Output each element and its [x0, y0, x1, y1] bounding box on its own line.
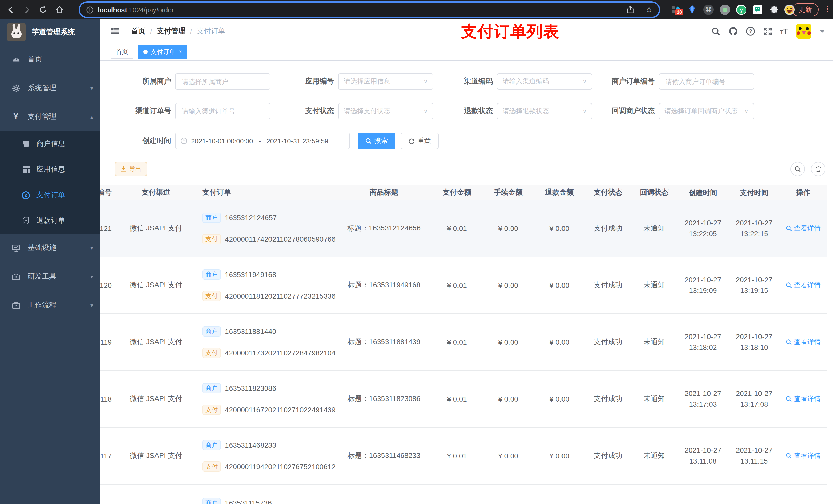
- view-detail-link[interactable]: 查看详情: [786, 281, 821, 290]
- extension-icon-tab-manager[interactable]: 10: [670, 4, 681, 15]
- browser-forward-icon[interactable]: [21, 4, 33, 16]
- search-icon[interactable]: [711, 27, 720, 35]
- channel-order-no-input[interactable]: [175, 103, 270, 119]
- chevron-down-icon: ▾: [90, 245, 93, 251]
- filter-pay-status: 支付状态 请选择支付状态∨: [270, 103, 433, 119]
- close-tab-icon[interactable]: ×: [179, 49, 182, 55]
- browser-back-icon[interactable]: [5, 4, 18, 16]
- extension-icon-gem[interactable]: [687, 4, 698, 15]
- merchant-order-no: 1635311468233: [225, 441, 276, 449]
- site-info-icon[interactable]: [86, 6, 94, 14]
- app-select[interactable]: 请选择应用信息∨: [338, 73, 433, 90]
- extension-badge: 10: [675, 9, 684, 15]
- storefront-icon: [22, 140, 30, 148]
- url-host: localhost: [98, 6, 127, 14]
- view-detail-link[interactable]: 查看详情: [786, 451, 821, 460]
- filter-refund-status: 退款状态 请选择退款状态∨: [433, 103, 592, 119]
- merchant-badge: 商户: [203, 269, 221, 280]
- sidebar-item-home[interactable]: 首页: [0, 45, 100, 74]
- date-end: 2021-10-31 23:59:59: [266, 137, 328, 145]
- chrome-menu-icon[interactable]: [826, 5, 829, 13]
- extension-icon-recorder[interactable]: [719, 4, 731, 15]
- merchant-order-no: 1635311881440: [225, 327, 276, 335]
- browser-toolbar: localhost:1024/pay/order ☆ 10 ⌘ y: [0, 0, 833, 20]
- share-icon[interactable]: [626, 6, 634, 14]
- view-detail-link[interactable]: 查看详情: [786, 394, 821, 404]
- extension-icon-chat[interactable]: [752, 4, 763, 15]
- sidebar-item-workflow[interactable]: 工作流程 ▾: [0, 291, 100, 320]
- notify-status-select[interactable]: 请选择订单回调商户状态∨: [659, 103, 754, 119]
- channel-pay-no: 4200001167202110271022491439: [225, 406, 336, 414]
- address-bar[interactable]: localhost:1024/pay/order ☆: [80, 3, 659, 17]
- select-chevron-icon: ∨: [582, 78, 587, 85]
- sidebar-item-devtools[interactable]: 研发工具 ▾: [0, 262, 100, 291]
- tab-home[interactable]: 首页: [111, 45, 133, 59]
- channel-pay-no: 4200001174202110278060590766: [225, 235, 336, 243]
- url-path: :1024/pay/order: [127, 6, 174, 14]
- browser-reload-icon[interactable]: [37, 4, 49, 16]
- create-time-range-input[interactable]: 2021-10-01 00:00:00 - 2021-10-31 23:59:5…: [175, 133, 350, 149]
- sidebar-item-system[interactable]: 系统管理 ▾: [0, 74, 100, 102]
- github-icon[interactable]: [728, 27, 737, 36]
- breadcrumb-section[interactable]: 支付管理: [157, 27, 186, 36]
- table-row: 118 微信 JSAPI 支付 商户1635311823086 支付420000…: [100, 371, 827, 428]
- show-search-toggle-button[interactable]: [790, 162, 805, 176]
- pay-status-select[interactable]: 请选择支付状态∨: [338, 103, 433, 119]
- tab-pay-order[interactable]: 支付订单 ×: [138, 45, 187, 59]
- merchant-order-no-input[interactable]: [659, 73, 754, 90]
- table-row: 120 微信 JSAPI 支付 商户1635311949168 支付420000…: [100, 257, 827, 314]
- screen: localhost:1024/pay/order ☆ 10 ⌘ y: [0, 0, 833, 504]
- pay-badge: 支付: [203, 405, 221, 415]
- sidebar-item-app-info[interactable]: 应用信息: [0, 157, 100, 182]
- chevron-down-icon: ▾: [90, 85, 93, 91]
- filter-merchant: 所属商户: [111, 73, 270, 90]
- pay-status: 支付成功: [585, 451, 631, 460]
- filter-form: 所属商户 应用编号 请选择应用信息∨ 渠道编码 请输入渠道编码∨ 商户订单: [100, 61, 833, 149]
- notify-status: 未通知: [631, 338, 677, 347]
- yen-icon: ¥: [11, 112, 21, 121]
- refund-status-select[interactable]: 请选择退款状态∨: [497, 103, 592, 119]
- sidebar-item-pay[interactable]: ¥ 支付管理 ▴: [0, 102, 100, 131]
- view-detail-link[interactable]: 查看详情: [786, 338, 821, 347]
- pay-badge: 支付: [203, 291, 221, 301]
- orders-table: 编号 支付渠道 支付订单 商品标题 支付金额 手续金额 退款金额 支付状态 回调…: [100, 185, 833, 504]
- channel-pay-no: 4200001173202110272847982104: [225, 349, 336, 357]
- pay-status: 支付成功: [585, 394, 631, 404]
- chrome-update-button[interactable]: 更新: [792, 3, 819, 16]
- table-header-row: 编号 支付渠道 支付订单 商品标题 支付金额 手续金额 退款金额 支付状态 回调…: [100, 185, 827, 200]
- fullscreen-icon[interactable]: [763, 27, 772, 35]
- merchant-input[interactable]: [175, 73, 270, 90]
- reset-button[interactable]: 重置: [401, 133, 438, 149]
- sidebar-item-refund-order[interactable]: 退款订单: [0, 208, 100, 234]
- date-start: 2021-10-01 00:00:00: [191, 137, 253, 145]
- gear-icon: [11, 83, 21, 93]
- sidebar-collapse-icon[interactable]: [111, 27, 119, 35]
- channel-code-select[interactable]: 请输入渠道编码∨: [497, 73, 592, 90]
- sidebar-item-merchant-info[interactable]: 商户信息: [0, 131, 100, 157]
- help-icon[interactable]: ?: [746, 27, 755, 36]
- extension-icon-command[interactable]: ⌘: [703, 4, 714, 15]
- breadcrumb-home[interactable]: 首页: [131, 27, 145, 36]
- view-detail-link[interactable]: 查看详情: [786, 224, 821, 233]
- merchant-badge: 商户: [203, 440, 221, 450]
- pay-badge: 支付: [203, 461, 221, 472]
- extensions-puzzle-icon[interactable]: [768, 4, 780, 15]
- sidebar: 芋道管理系统 首页 系统管理 ▾ ¥ 支付管理 ▴: [0, 20, 100, 504]
- table-row: 121 微信 JSAPI 支付 商户1635312124657 支付420000…: [100, 200, 827, 257]
- export-button[interactable]: 导出: [115, 162, 147, 176]
- bookmark-star-icon[interactable]: ☆: [645, 6, 653, 14]
- notify-status: 未通知: [631, 224, 677, 233]
- browser-home-icon[interactable]: [53, 4, 66, 16]
- user-avatar[interactable]: [796, 24, 811, 39]
- merchant-order-no: 1635311823086: [225, 384, 276, 392]
- refresh-button[interactable]: [811, 162, 825, 176]
- user-menu-caret-icon[interactable]: [820, 30, 825, 33]
- document-copy-icon: [22, 216, 30, 225]
- font-size-icon[interactable]: TT: [780, 27, 788, 35]
- app-logo-row[interactable]: 芋道管理系统: [0, 20, 100, 45]
- extension-icon-yudao[interactable]: y: [736, 4, 747, 15]
- sidebar-item-infra[interactable]: 基础设施 ▾: [0, 234, 100, 262]
- search-button[interactable]: 搜索: [358, 133, 396, 149]
- sidebar-item-pay-order[interactable]: ¥ 支付订单: [0, 182, 100, 208]
- table-row: 119 微信 JSAPI 支付 商户1635311881440 支付420000…: [100, 314, 827, 371]
